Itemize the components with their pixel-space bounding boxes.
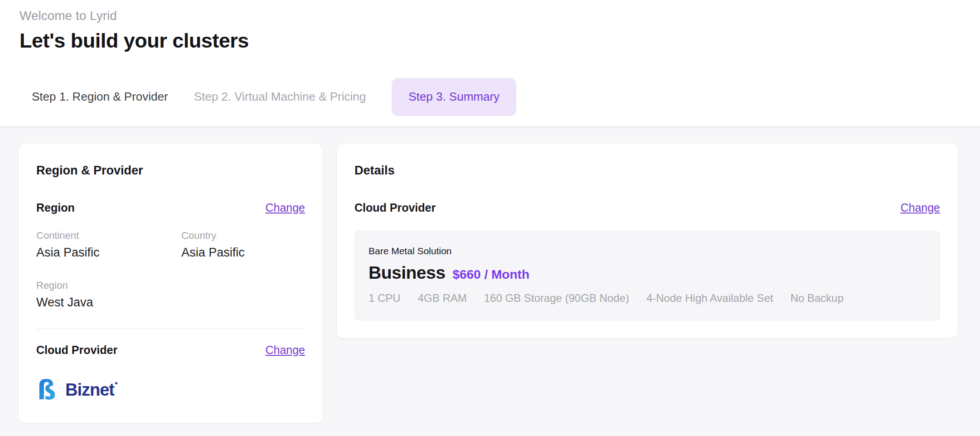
details-provider-label: Cloud Provider (354, 201, 436, 214)
spec-cpu: 1 CPU (369, 292, 401, 305)
tab-step-1-region-provider[interactable]: Step 1. Region & Provider (32, 90, 168, 104)
trademark-dot (115, 382, 117, 384)
provider-section-header: Cloud Provider Change (36, 344, 305, 357)
spec-ram: 4GB RAM (418, 292, 467, 305)
region-card-title: Region & Provider (36, 164, 305, 178)
plan-specs: 1 CPU 4GB RAM 160 GB Storage (90GB Node)… (369, 292, 926, 305)
field-country: Country Asia Pasific (181, 230, 305, 260)
change-provider-link[interactable]: Change (265, 344, 305, 357)
page-header: Welcome to Lyrid Let's build your cluste… (0, 0, 980, 53)
selected-plan-card: Bare Metal Solution Business $660 / Mont… (354, 231, 940, 320)
field-region: Region West Java (36, 280, 181, 310)
welcome-text: Welcome to Lyrid (19, 8, 980, 24)
change-region-link[interactable]: Change (265, 201, 305, 214)
field-region-value: West Java (36, 296, 181, 310)
region-section-header: Region Change (36, 201, 305, 214)
field-country-label: Country (181, 230, 305, 242)
spec-storage: 160 GB Storage (90GB Node) (484, 292, 629, 305)
svg-text:ß: ß (37, 376, 56, 404)
details-card: Details Cloud Provider Change Bare Metal… (336, 143, 958, 339)
content-area: Region & Provider Region Change Continen… (0, 126, 980, 436)
tab-step-3-summary[interactable]: Step 3. Summary (392, 78, 516, 116)
plan-price: $660 / Month (452, 267, 529, 282)
field-continent-value: Asia Pasific (36, 246, 181, 260)
biznet-wordmark: Biznet (65, 381, 117, 398)
provider-section-label: Cloud Provider (36, 344, 117, 357)
region-provider-card: Region & Provider Region Change Continen… (18, 143, 323, 423)
details-card-title: Details (354, 164, 940, 178)
field-continent: Continent Asia Pasific (36, 230, 181, 260)
change-details-provider-link[interactable]: Change (900, 201, 940, 214)
card-divider (36, 329, 305, 329)
field-region-label: Region (36, 280, 181, 291)
tab-step-2-vm-pricing[interactable]: Step 2. Virtual Machine & Pricing (194, 90, 366, 104)
plan-category: Bare Metal Solution (369, 246, 926, 257)
region-section-label: Region (36, 201, 75, 214)
field-continent-label: Continent (36, 230, 181, 242)
field-country-value: Asia Pasific (181, 246, 305, 260)
spec-backup: No Backup (791, 292, 844, 305)
biznet-logo-icon: ß (36, 376, 62, 404)
spec-ha-set: 4-Node High Available Set (646, 292, 773, 305)
biznet-logo: ß Biznet (36, 376, 305, 404)
region-fields: Continent Asia Pasific Country Asia Pasi… (36, 230, 305, 310)
details-provider-header: Cloud Provider Change (354, 201, 940, 214)
plan-name-row: Business $660 / Month (369, 263, 926, 283)
plan-name: Business (369, 263, 445, 283)
page-title: Let's build your clusters (19, 29, 980, 53)
step-tabs: Step 1. Region & Provider Step 2. Virtua… (32, 78, 980, 116)
